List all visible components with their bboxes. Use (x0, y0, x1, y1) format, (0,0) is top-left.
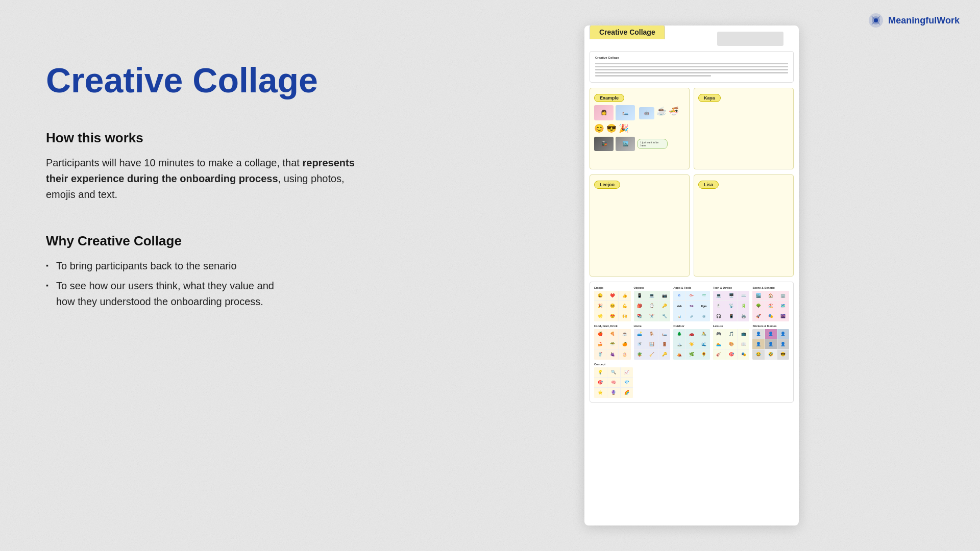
collage-emoji-4: 😎 (606, 124, 617, 133)
mini-doc-line-2 (595, 66, 788, 67)
category-stickers: Stickers & Memes 👤 👤 👤 👤 👤 👤 😂 🤣 😎 (752, 324, 789, 360)
category-label-outdoor: Outdoor (673, 324, 684, 328)
cat-cell: 🪑 (646, 329, 658, 339)
collage-img-person: 👩 (594, 105, 614, 120)
cat-cell: 👤 (765, 329, 777, 339)
cat-cell: 👍 (619, 291, 630, 300)
why-section: Why Creative Collage To bring participan… (46, 233, 373, 314)
cat-cell: ⭐ (594, 388, 607, 397)
cat-cell: 🎮 (713, 329, 725, 339)
cat-cell: 📱 (634, 291, 646, 300)
cat-cell: 🌟 (594, 311, 606, 321)
collage-img-bed: 🛏️ (616, 105, 635, 120)
cat-cell: 🧠 (607, 378, 620, 387)
how-body: Participants will have 10 minutes to mak… (46, 155, 373, 203)
cat-cell: 📊 (673, 311, 685, 321)
category-images-home: 🛋️ 🪑 🛏️ 🚿 🪟 🚪 🪴 🧹 🔑 (634, 329, 671, 360)
category-label-scene: Scene & Senario (752, 286, 774, 289)
category-tech: Tech & Device 💻 🖥️ ⌨️ 🖱️ 📡 🔋 🎧 📱 🖨️ (713, 286, 750, 321)
cat-cell: 🎵 (725, 329, 737, 339)
how-title: How this works (46, 130, 373, 146)
cat-cell: 📡 (725, 301, 737, 311)
canvas-inner[interactable]: Creative Collage Example 👩 🛏️ (584, 46, 799, 525)
cat-cell: 🥗 (606, 339, 618, 349)
cat-cell: 📷 (658, 291, 670, 300)
category-label-leisure: Leisure (713, 324, 723, 328)
cell-content-example: 👩 🛏️ 🤖 ☕ 🍜 😊 😎 🎉 (594, 105, 685, 151)
cat-cell: 🗺️ (777, 301, 789, 311)
cat-cell: 😀 (594, 291, 606, 300)
cat-cell: 😂 (752, 349, 764, 359)
right-panel: Creative Collage Creative Collage Exampl… (419, 0, 980, 551)
canvas-container: Creative Collage Creative Collage Exampl… (584, 26, 799, 525)
cat-cell: 🏢 (777, 291, 789, 300)
category-images-concept: 💡 🔍 📈 🎯 🧠 💎 ⭐ 🔮 🌈 (594, 367, 633, 398)
cat-cell: 🍎 (594, 329, 606, 339)
categories-row-2: Food, Fruit, Drink 🍎 🍕 ☕ 🍰 🥗 🍊 🥤 🍇 🎂 (594, 324, 789, 360)
cat-cell: 🛋️ (634, 329, 646, 339)
canvas-tab[interactable]: Creative Collage (590, 26, 665, 39)
collage-cell-leejoo[interactable]: Leejoo (590, 174, 690, 277)
category-leisure: Leisure 🎮 🎵 📺 🏊 🎨 📖 🎸 🎯 🎭 (713, 324, 750, 360)
category-objects: Objects 📱 💻 📷 🎒 ⌚ 🔑 📚 ✂️ 🔧 (634, 286, 671, 321)
category-images-tech: 💻 🖥️ ⌨️ 🖱️ 📡 🔋 🎧 📱 🖨️ (713, 291, 750, 321)
collage-emoji-1: ☕ (656, 107, 667, 119)
categories-section: Emojis 😀 ❤️ 👍 🎉 😊 💪 🌟 😍 🙌 (590, 282, 794, 403)
cat-cell: 🏔️ (673, 339, 685, 349)
cat-cell: 🍰 (594, 339, 606, 349)
cat-cell: 🍊 (619, 339, 630, 349)
cat-cell: 💡 (594, 367, 607, 377)
cat-cell: 🤣 (765, 349, 777, 359)
cat-cell: 🎉 (594, 301, 606, 311)
bullet-item-2: To see how our users think, what they va… (46, 278, 373, 310)
cat-cell: 🔍 (607, 367, 620, 377)
cat-cell: 🖱️ (713, 301, 725, 311)
cat-cell: 🧹 (646, 349, 658, 359)
category-images-scene: 🏙️ 🏠 🏢 🌳 🏖️ 🗺️ 🚀 🎭 🌆 (752, 291, 789, 321)
collage-cell-lisa[interactable]: Lisa (694, 174, 794, 277)
collage-emoji-2: 🍜 (669, 107, 679, 119)
category-images-apps: G G+ YT Hub Slk Fgm 📊 🔗 ⚙️ (673, 291, 710, 321)
cat-cell: 😊 (606, 301, 618, 311)
cat-cell: ⌚ (646, 301, 658, 311)
categories-row-1: Emojis 😀 ❤️ 👍 🎉 😊 💪 🌟 😍 🙌 (594, 286, 789, 321)
mini-doc-line-1 (595, 63, 788, 64)
cat-cell: 🍕 (606, 329, 618, 339)
category-images-objects: 📱 💻 📷 🎒 ⌚ 🔑 📚 ✂️ 🔧 (634, 291, 671, 321)
collage-grid-bottom: Leejoo Lisa (590, 174, 794, 277)
cat-cell: 📖 (738, 339, 749, 349)
cat-cell: 📱 (725, 311, 737, 321)
cat-cell: ☀️ (685, 339, 697, 349)
cat-cell: 🚗 (685, 329, 697, 339)
category-images-food: 🍎 🍕 ☕ 🍰 🥗 🍊 🥤 🍇 🎂 (594, 329, 631, 360)
cat-cell: 🔧 (658, 311, 670, 321)
cat-cell: 📈 (621, 367, 633, 377)
cat-cell: 🎭 (738, 349, 749, 359)
cat-cell: 🏙️ (752, 291, 764, 300)
cat-cell: 😍 (606, 311, 618, 321)
cat-cell: ❤️ (606, 291, 618, 300)
mini-doc-line-4 (595, 72, 788, 73)
category-home: Home 🛋️ 🪑 🛏️ 🚿 🪟 🚪 🪴 🧹 🔑 (634, 324, 671, 360)
collage-cell-example[interactable]: Example 👩 🛏️ 🤖 ☕ 🍜 😊 😎 (590, 88, 690, 169)
cat-cell: 🥤 (594, 349, 606, 359)
category-outdoor: Outdoor 🌲 🚗 🚴 🏔️ ☀️ 🌊 ⛺ 🌿 🌻 (673, 324, 710, 360)
cat-cell: 🍇 (606, 349, 618, 359)
mini-doc-line-5 (595, 75, 711, 77)
cat-cell: 🎧 (713, 311, 725, 321)
cat-cell: 💻 (713, 291, 725, 300)
concept-row: Concept 💡 🔍 📈 🎯 🧠 💎 ⭐ 🔮 🌈 (594, 363, 789, 398)
category-label-concept: Concept (594, 363, 605, 366)
bullet-list: To bring participants back to the senari… (46, 258, 373, 310)
cell-label-example: Example (594, 94, 624, 102)
left-panel: Creative Collage How this works Particip… (0, 0, 419, 551)
cat-cell: 🎭 (765, 311, 777, 321)
cat-cell: 🌊 (698, 339, 710, 349)
cat-cell: 🚀 (752, 311, 764, 321)
cat-cell: 🌿 (685, 349, 697, 359)
collage-cell-kaya[interactable]: Kaya (694, 88, 794, 169)
cat-cell: 🎨 (725, 339, 737, 349)
cat-cell: 🏠 (765, 291, 777, 300)
cat-cell: YT (698, 291, 710, 300)
cell-label-lisa: Lisa (698, 181, 719, 189)
